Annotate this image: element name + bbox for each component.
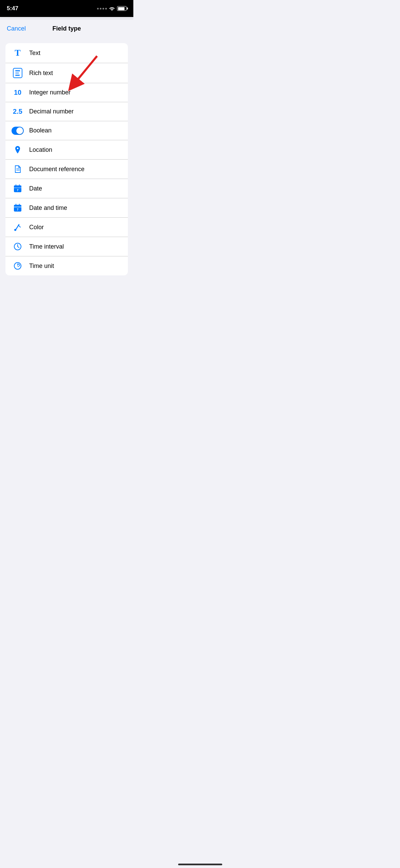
svg-line-24 xyxy=(18,266,19,267)
date-label: Date xyxy=(29,185,42,192)
status-time: 5:47 xyxy=(7,5,18,12)
location-label: Location xyxy=(29,146,52,153)
document-label: Document reference xyxy=(29,166,84,173)
status-bar: 5:47 xyxy=(0,0,133,17)
decimal-icon: 2.5 xyxy=(12,108,24,115)
status-icons xyxy=(97,6,127,11)
time-unit-label: Time unit xyxy=(29,263,54,270)
page-title: Field type xyxy=(52,25,81,32)
svg-line-21 xyxy=(18,247,19,248)
wifi-icon xyxy=(109,6,115,11)
list-item-time-unit[interactable]: Time unit xyxy=(5,256,128,275)
integer-icon: 10 xyxy=(12,89,24,96)
color-icon xyxy=(12,222,24,232)
time-interval-icon xyxy=(12,242,24,251)
text-label: Text xyxy=(29,50,40,57)
sheet-handle xyxy=(0,17,133,20)
cancel-button[interactable]: Cancel xyxy=(7,25,26,32)
list-item-date[interactable]: 7 Date xyxy=(5,179,128,198)
list-item-rich-text[interactable]: Rich text xyxy=(5,63,128,83)
time-interval-label: Time interval xyxy=(29,243,64,250)
decimal-label: Decimal number xyxy=(29,108,74,115)
battery-icon xyxy=(117,6,127,11)
boolean-label: Boolean xyxy=(29,127,52,134)
list-item-integer[interactable]: 10 Integer number xyxy=(5,83,128,102)
svg-text:7: 7 xyxy=(17,208,18,211)
text-icon: T xyxy=(12,48,24,58)
list-item-time-interval[interactable]: Time interval xyxy=(5,237,128,256)
svg-point-18 xyxy=(14,229,16,231)
nav-header: Cancel Field type xyxy=(0,20,133,36)
list-item-text[interactable]: T Text xyxy=(5,43,128,63)
time-unit-icon xyxy=(12,261,24,271)
color-label: Color xyxy=(29,224,44,231)
svg-point-0 xyxy=(112,10,113,11)
list-item-decimal[interactable]: 2.5 Decimal number xyxy=(5,102,128,121)
svg-text:7: 7 xyxy=(17,188,18,192)
list-item-location[interactable]: Location xyxy=(5,140,128,160)
signal-dots-icon xyxy=(97,8,107,10)
field-type-list: T Text Rich text 10 Integer number xyxy=(5,43,128,275)
document-icon xyxy=(12,164,24,174)
list-item-datetime[interactable]: 7 Date and time xyxy=(5,198,128,218)
integer-label: Integer number xyxy=(29,89,71,96)
datetime-icon: 7 xyxy=(12,203,24,213)
rich-text-icon xyxy=(12,68,24,78)
content-area: T Text Rich text 10 Integer number xyxy=(0,36,133,282)
datetime-label: Date and time xyxy=(29,204,67,212)
location-icon xyxy=(12,145,24,155)
date-icon: 7 xyxy=(12,184,24,193)
boolean-icon xyxy=(12,127,24,135)
list-item-boolean[interactable]: Boolean xyxy=(5,121,128,140)
list-item-document[interactable]: Document reference xyxy=(5,160,128,179)
list-item-color[interactable]: Color xyxy=(5,218,128,237)
rich-text-label: Rich text xyxy=(29,70,53,77)
